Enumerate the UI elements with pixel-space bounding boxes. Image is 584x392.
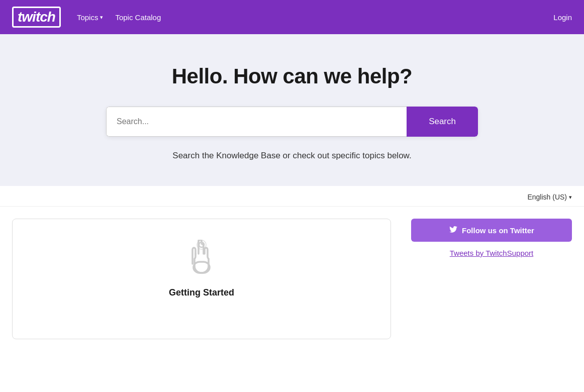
main-layout: Getting Started Follow us on Twitter Twe… — [0, 207, 584, 339]
language-selector[interactable]: English (US) ▾ — [527, 193, 572, 201]
search-bar: Search — [106, 107, 478, 137]
hero-title: Hello. How can we help? — [12, 64, 572, 88]
svg-rect-0 — [193, 262, 210, 273]
topics-nav-item[interactable]: Topics ▾ — [77, 13, 104, 22]
site-header: twitch Topics ▾ Topic Catalog Login — [0, 0, 584, 34]
left-column: Getting Started — [12, 219, 391, 339]
hero-section: Hello. How can we help? Search Search th… — [0, 34, 584, 186]
topic-catalog-nav-item[interactable]: Topic Catalog — [115, 13, 161, 22]
language-bar: English (US) ▾ — [0, 186, 584, 207]
search-input[interactable] — [106, 107, 407, 137]
card-title: Getting Started — [169, 287, 234, 298]
content-area: English (US) ▾ — [0, 186, 584, 339]
pointer-hand-icon — [181, 239, 222, 279]
twitter-icon — [449, 225, 458, 236]
twitter-follow-label: Follow us on Twitter — [462, 226, 534, 235]
tweets-by-link[interactable]: Tweets by TwitchSupport — [411, 249, 572, 257]
topics-label: Topics — [77, 13, 99, 22]
right-column: Follow us on Twitter Tweets by TwitchSup… — [411, 219, 572, 339]
topics-chevron-icon: ▾ — [100, 14, 103, 21]
main-nav: Topics ▾ Topic Catalog — [77, 13, 553, 22]
twitter-follow-button[interactable]: Follow us on Twitter — [411, 219, 572, 242]
search-button[interactable]: Search — [407, 107, 478, 137]
getting-started-card[interactable]: Getting Started — [12, 219, 391, 339]
login-button[interactable]: Login — [553, 13, 572, 22]
language-chevron-icon: ▾ — [569, 194, 572, 201]
hero-subtitle: Search the Knowledge Base or check out s… — [12, 151, 572, 161]
topic-catalog-label: Topic Catalog — [115, 13, 161, 22]
twitch-logo[interactable]: twitch — [12, 7, 61, 28]
language-label: English (US) — [527, 193, 567, 201]
